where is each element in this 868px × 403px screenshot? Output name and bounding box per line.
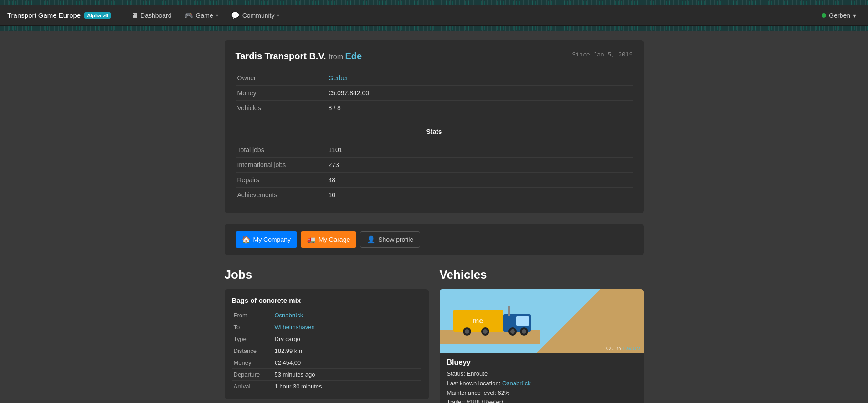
vehicle-info-bluey: Blueyy Status: Enroute Last known locati…	[440, 353, 644, 403]
nav-game-label: Game	[196, 12, 213, 19]
person-icon: 👤	[367, 235, 375, 244]
stats-section: Stats Total jobs 1101 International jobs…	[236, 124, 633, 202]
stat-row-achievements: Achievements 10	[236, 188, 633, 203]
company-city-link[interactable]: Ede	[345, 51, 362, 61]
money-label: Money	[236, 86, 327, 101]
my-garage-label: My Garage	[318, 236, 350, 243]
stat-label-achievements: Achievements	[236, 188, 327, 203]
vehicle-card-bluey: mc CC-BY Lav Ulv Blueyy Status: Enroute …	[440, 289, 644, 403]
nav-game[interactable]: 🎮 Game ▾	[179, 9, 224, 22]
vehicle-image-bluey: mc CC-BY Lav Ulv	[440, 289, 644, 353]
job-0-distance-row: Distance 182.99 km	[232, 345, 421, 357]
svg-point-10	[510, 329, 515, 334]
money-row: Money €5.097.842,00	[236, 86, 633, 101]
company-name: Tardis Transport B.V. from Ede	[236, 51, 362, 61]
vehicles-value: 8 / 8	[327, 101, 633, 116]
company-header: Tardis Transport B.V. from Ede Since Jan…	[236, 51, 633, 61]
community-icon: 💬	[231, 11, 240, 20]
vehicle-location-bluey[interactable]: Osnabrück	[502, 380, 531, 387]
nav-brand: Transport Game Europe Alpha v6	[7, 11, 111, 19]
stat-value-total-jobs: 1101	[327, 143, 633, 158]
company-card: Tardis Transport B.V. from Ede Since Jan…	[225, 40, 644, 213]
stat-label-total-jobs: Total jobs	[236, 143, 327, 158]
vehicle-name-bluey: Blueyy	[447, 358, 637, 367]
svg-point-12	[522, 329, 526, 334]
stat-value-international-jobs: 273	[327, 158, 633, 173]
vehicle-cards-list: mc CC-BY Lav Ulv Blueyy Status: Enroute …	[440, 289, 644, 403]
vehicles-label: Vehicles	[236, 101, 327, 116]
jobs-heading: Jobs	[225, 268, 429, 282]
job-cards-list: Bags of concrete mix From Osnabrück To W…	[225, 289, 429, 403]
nav-user[interactable]: Gerben ▾	[817, 10, 861, 21]
job-0-type-row: Type Dry cargo	[232, 333, 421, 345]
job-0-departure-label: Departure	[232, 369, 273, 381]
show-profile-button[interactable]: 👤 Show profile	[360, 231, 420, 248]
job-0-arrival-label: Arrival	[232, 381, 273, 393]
stat-row-repairs: Repairs 48	[236, 173, 633, 188]
job-0-from-value[interactable]: Osnabrück	[273, 310, 421, 321]
from-text: from	[329, 53, 345, 61]
svg-text:mc: mc	[473, 317, 483, 325]
job-0-distance-label: Distance	[232, 345, 273, 357]
stat-row-total-jobs: Total jobs 1101	[236, 143, 633, 158]
nav-right: Gerben ▾	[817, 10, 861, 21]
jobs-column: Jobs Bags of concrete mix From Osnabrück…	[225, 268, 429, 403]
user-status-dot	[822, 13, 826, 18]
brand-title: Transport Game Europe	[7, 11, 81, 19]
job-0-money-value: €2.454,00	[273, 357, 421, 369]
job-0-departure-row: Departure 53 minutes ago	[232, 369, 421, 381]
dashboard-icon: 🖥	[131, 11, 138, 19]
job-0-type-value: Dry cargo	[273, 333, 421, 345]
job-0-arrival-value: 1 hour 30 minutes	[273, 381, 421, 393]
stats-heading: Stats	[236, 124, 633, 139]
job-0-from-row: From Osnabrück	[232, 310, 421, 321]
svg-point-6	[465, 329, 469, 334]
home-icon: 🏠	[242, 235, 251, 244]
vehicle-status-bluey: Status: Enroute Last known location: Osn…	[447, 369, 637, 403]
owner-row: Owner Gerben	[236, 71, 633, 86]
svg-rect-4	[516, 316, 529, 326]
svg-rect-13	[508, 306, 510, 316]
main-content: Tardis Transport B.V. from Ede Since Jan…	[225, 31, 644, 403]
action-buttons-bar: 🏠 My Company 🚛 My Garage 👤 Show profile	[225, 224, 644, 255]
stats-table: Total jobs 1101 International jobs 273 R…	[236, 143, 633, 202]
vehicles-column: Vehicles	[440, 268, 644, 403]
job-0-to-row: To Wilhelmshaven	[232, 321, 421, 333]
my-company-label: My Company	[253, 236, 291, 243]
job-0-from-label: From	[232, 310, 273, 321]
svg-point-8	[483, 329, 488, 334]
money-value: €5.097.842,00	[327, 86, 633, 101]
job-0-type-label: Type	[232, 333, 273, 345]
job-0-money-label: Money	[232, 357, 273, 369]
nav-dashboard-label: Dashboard	[140, 12, 172, 19]
job-0-to-label: To	[232, 321, 273, 333]
company-info-table: Owner Gerben Money €5.097.842,00 Vehicle…	[236, 71, 633, 115]
two-col-layout: Jobs Bags of concrete mix From Osnabrück…	[225, 268, 644, 403]
truck-icon: 🚛	[307, 235, 316, 244]
show-profile-label: Show profile	[378, 236, 413, 243]
bluey-truck-svg: mc	[440, 289, 540, 344]
job-card-0-title: Bags of concrete mix	[232, 296, 421, 304]
community-chevron-icon: ▾	[277, 13, 279, 18]
job-0-arrival-row: Arrival 1 hour 30 minutes	[232, 381, 421, 393]
job-0-to-value[interactable]: Wilhelmshaven	[273, 321, 421, 333]
job-0-departure-value: 53 minutes ago	[273, 369, 421, 381]
vehicles-row: Vehicles 8 / 8	[236, 101, 633, 116]
vehicle-cc-bluey: CC-BY Lav Ulv	[606, 346, 640, 351]
my-company-button[interactable]: 🏠 My Company	[236, 231, 297, 248]
cc-author-bluey-link[interactable]: Lav Ulv	[623, 346, 640, 351]
job-detail-table-0: From Osnabrück To Wilhelmshaven Type Dry…	[232, 310, 421, 392]
owner-value[interactable]: Gerben	[327, 71, 633, 86]
nav-user-name: Gerben	[829, 12, 850, 19]
user-chevron-icon: ▾	[853, 12, 856, 19]
bottom-decoration	[0, 26, 868, 31]
my-garage-button[interactable]: 🚛 My Garage	[301, 231, 356, 248]
nav-dashboard[interactable]: 🖥 Dashboard	[125, 9, 177, 22]
nav-community[interactable]: 💬 Community ▾	[226, 9, 285, 22]
game-chevron-icon: ▾	[216, 13, 218, 18]
job-card-0: Bags of concrete mix From Osnabrück To W…	[225, 289, 429, 399]
since-text: Since Jan 5, 2019	[572, 51, 632, 58]
version-badge: Alpha v6	[84, 12, 111, 19]
stat-value-achievements: 10	[327, 188, 633, 203]
nav-items: 🖥 Dashboard 🎮 Game ▾ 💬 Community ▾	[125, 9, 817, 22]
